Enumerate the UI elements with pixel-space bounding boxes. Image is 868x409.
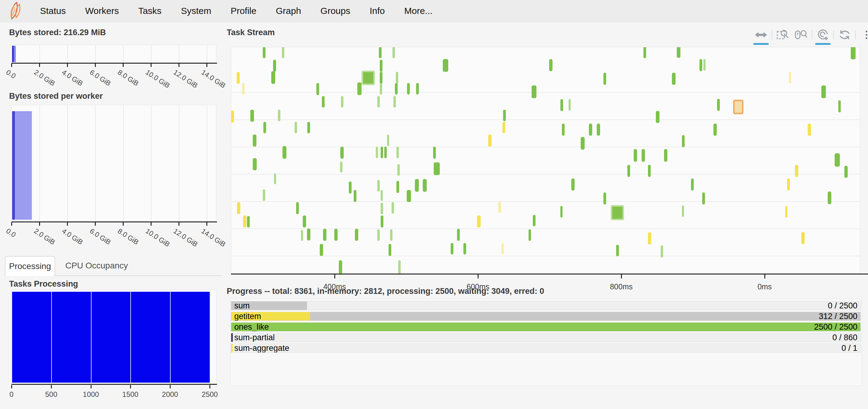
task-rect xyxy=(560,206,562,218)
task-rect xyxy=(381,203,383,214)
task-rect xyxy=(253,158,257,170)
task-rect xyxy=(785,206,787,218)
dask-dashboard: StatusWorkersTasksSystemProfileGraphGrou… xyxy=(0,0,868,409)
wheel-zoom-icon[interactable] xyxy=(794,27,809,42)
axis-tick-label: 2000 xyxy=(158,390,182,399)
task-rect xyxy=(488,134,492,147)
axis-tick-label: 0 xyxy=(0,390,24,399)
axis-tick-label: 500 xyxy=(39,390,63,399)
task-rect xyxy=(571,179,575,191)
axis-tick xyxy=(764,275,765,278)
axis-tick-label: 10.0 GiB xyxy=(144,68,171,90)
axis-tick xyxy=(151,222,152,226)
axis-tick xyxy=(151,64,152,67)
axis-tick-label: 12.0 GiB xyxy=(172,68,199,90)
box-zoom-icon[interactable] xyxy=(775,27,790,42)
task-rect xyxy=(341,96,343,107)
task-rect xyxy=(278,110,280,121)
progress-bar-getitem: getitem312 / 2500 xyxy=(231,312,861,321)
nav-item-workers[interactable]: Workers xyxy=(85,6,119,16)
task-rect xyxy=(616,245,619,256)
axis-tick xyxy=(334,275,335,278)
gridline xyxy=(170,290,170,384)
nav-item-groups[interactable]: Groups xyxy=(320,6,350,16)
bytes-stored-axis xyxy=(11,63,217,64)
task-rect xyxy=(389,244,391,256)
progress-task-name: ones_like xyxy=(234,323,269,331)
progress-count: 312 / 2500 xyxy=(818,312,858,320)
task-rect xyxy=(380,72,382,84)
axis-tick-label: 0.0 xyxy=(4,68,17,80)
task-rect xyxy=(733,100,743,114)
gridline xyxy=(231,147,860,147)
bytes-stored-chart xyxy=(11,45,216,63)
bytes-per-worker-chart xyxy=(11,105,216,222)
task-rect xyxy=(835,153,840,167)
task-rect xyxy=(263,47,266,58)
axis-tick xyxy=(130,385,131,388)
axis-tick xyxy=(95,64,96,67)
axis-tick xyxy=(210,385,210,388)
tab-occupancy[interactable]: Occupancy xyxy=(86,256,128,276)
gridline xyxy=(231,201,860,202)
navbar: StatusWorkersTasksSystemProfileGraphGrou… xyxy=(0,0,868,22)
tasks-processing-axis xyxy=(11,384,217,385)
reset-icon[interactable] xyxy=(837,27,852,42)
task-rect xyxy=(502,243,504,254)
task-rect xyxy=(691,179,694,191)
task-stream-canvas[interactable] xyxy=(231,47,860,274)
axis-tick-label: 2500 xyxy=(197,390,222,399)
task-rect xyxy=(634,149,637,162)
axis-tick xyxy=(478,275,478,278)
tasks-processing-title: Tasks Processing xyxy=(9,279,78,289)
nav-item-status[interactable]: Status xyxy=(40,6,66,16)
task-rect xyxy=(379,47,381,58)
zoom-in-icon[interactable] xyxy=(815,27,830,42)
task-rect xyxy=(294,122,297,133)
axis-tick-label: 400ms xyxy=(316,282,353,291)
axis-tick-label: 0ms xyxy=(746,282,783,291)
task-rect xyxy=(416,83,419,95)
tab-processing[interactable]: Processing xyxy=(5,256,55,276)
task-rect xyxy=(393,47,395,58)
dask-logo-icon[interactable] xyxy=(7,1,25,21)
axis-tick xyxy=(621,275,622,278)
task-rect xyxy=(477,215,481,227)
task-rect xyxy=(271,71,275,84)
bokeh-toolbar xyxy=(753,27,868,42)
tab-cpu[interactable]: CPU xyxy=(61,256,88,276)
gridline xyxy=(123,45,124,63)
nav-item-more[interactable]: More... xyxy=(404,6,433,16)
axis-tick xyxy=(179,64,179,67)
nav-item-info[interactable]: Info xyxy=(370,6,385,16)
gridline xyxy=(231,256,860,256)
task-rect xyxy=(247,216,250,227)
task-rect xyxy=(282,47,284,58)
tasks-processing-chart xyxy=(11,290,216,384)
task-rect xyxy=(838,100,841,113)
task-rect xyxy=(672,73,676,85)
progress-task-name: sum xyxy=(234,302,250,310)
progress-fill xyxy=(231,323,861,331)
pan-tool-icon[interactable] xyxy=(753,27,769,42)
task-rect xyxy=(377,96,380,107)
task-rect xyxy=(282,146,286,159)
menu-dots-icon[interactable] xyxy=(859,27,868,42)
task-rect xyxy=(392,202,394,214)
task-rect xyxy=(844,166,848,178)
gridline xyxy=(91,290,92,384)
nav-item-system[interactable]: System xyxy=(181,6,211,16)
nav-item-tasks[interactable]: Tasks xyxy=(138,6,161,16)
nav-item-profile[interactable]: Profile xyxy=(230,6,256,16)
task-rect xyxy=(463,243,466,254)
task-rect xyxy=(795,165,798,177)
nav-item-graph[interactable]: Graph xyxy=(276,6,301,16)
task-rect xyxy=(273,60,276,72)
gridline xyxy=(231,92,860,93)
task-rect xyxy=(263,189,265,201)
axis-tick-label: 8.0 GiB xyxy=(116,68,140,88)
gridline xyxy=(39,105,40,221)
task-rect xyxy=(377,180,380,191)
task-rect xyxy=(532,86,536,98)
progress-title: Progress -- total: 8361, in-memory: 2812… xyxy=(227,287,544,296)
